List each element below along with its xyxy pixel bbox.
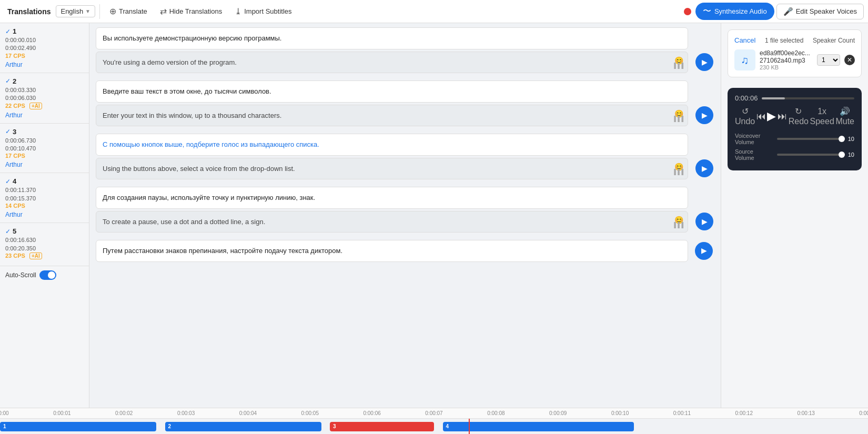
bars-icon-3: ▐▐▐: [672, 168, 683, 176]
toggle-knob: [48, 271, 55, 279]
cancel-button[interactable]: Cancel: [734, 36, 755, 44]
source-text-3: С помощью кнопок выше, подберите голос и…: [103, 140, 319, 148]
undo-control[interactable]: ↺ Undo: [735, 106, 755, 126]
timeline-tick-1: 0:00:01: [53, 410, 70, 416]
source-row-1: Вы используете демонстрационную версию п…: [96, 27, 688, 49]
source-row-3: С помощью кнопок выше, подберите голос и…: [96, 134, 688, 156]
timeline-tick-11: 0:00:11: [673, 410, 691, 416]
source-box-3[interactable]: С помощью кнопок выше, подберите голос и…: [96, 134, 688, 156]
timeline-track-1[interactable]: 1: [0, 422, 156, 431]
timeline-tick-4: 0:00:04: [239, 410, 257, 416]
subtitle-block-1: Вы используете демонстрационную версию п…: [96, 27, 714, 73]
timeline-track-4[interactable]: 4: [443, 422, 634, 431]
subtitle-block-3: С помощью кнопок выше, подберите голос и…: [96, 134, 714, 179]
timeline: 0:00:000:00:010:00:020:00:030:00:040:00:…: [0, 408, 868, 434]
close-file-button[interactable]: ✕: [844, 55, 855, 65]
redo-control[interactable]: ↻ Redo: [789, 106, 809, 126]
cps-badge-3: 17 CPS: [5, 153, 25, 159]
timeline-track-2[interactable]: 2: [165, 422, 321, 431]
subtitle-header-2: ✓ 2: [5, 77, 84, 85]
timeline-tick-8: 0:00:08: [487, 410, 504, 416]
translation-text-3: Using the buttons above, select a voice …: [103, 165, 295, 173]
speed-control[interactable]: 1x Speed: [810, 107, 834, 126]
edit-speaker-label: Edit Speaker Voices: [796, 7, 857, 15]
speaker-count-label: Speaker Count: [813, 37, 855, 44]
speed-label: Speed: [810, 117, 834, 126]
voiceover-volume-row: Voiceover Volume 10: [735, 133, 854, 145]
source-row-2: Введите ваш текст в этом окне, до тысячи…: [96, 80, 688, 103]
check-icon-4: ✓: [5, 178, 11, 185]
timeline-track-3[interactable]: 3: [330, 422, 434, 431]
speaker-name-2[interactable]: Arthur: [5, 112, 84, 119]
timeline-tick-6: 0:00:06: [363, 410, 380, 416]
play-button-1[interactable]: ▶: [695, 53, 713, 71]
player-time-row: 0:00:06: [735, 94, 854, 102]
hide-translations-label: Hide Translations: [169, 7, 222, 15]
time-range-1: 0:00:00.010 0:00:02.490: [5, 36, 84, 53]
divider-1: [99, 4, 100, 19]
translation-row-3: Using the buttons above, select a voice …: [96, 158, 688, 180]
synthesize-audio-button[interactable]: 〜 Synthesize Audio: [695, 3, 774, 20]
undo-label: Undo: [735, 117, 755, 126]
import-card-header: Cancel 1 file selected Speaker Count: [734, 36, 855, 44]
source-box-2[interactable]: Введите ваш текст в этом окне, до тысячи…: [96, 80, 688, 103]
voiceover-volume-slider[interactable]: [777, 138, 845, 140]
mute-control[interactable]: 🔊 Mute: [835, 106, 854, 126]
cps-badge-1: 17 CPS: [5, 53, 25, 59]
play-button-3[interactable]: ▶: [695, 159, 713, 177]
player-controls: ↺ Undo ⏮ ▶ ⏭ ↻ Redo 1x Speed 🔊 Mute: [735, 106, 854, 126]
source-box-4[interactable]: Для создания паузы, используйте точку и …: [96, 187, 688, 209]
redo-icon: ↻: [795, 106, 802, 116]
subtitle-header-4: ✓ 4: [5, 177, 84, 185]
speaker-count-select[interactable]: 123: [817, 54, 840, 66]
subtitle-header-1: ✓ 1: [5, 27, 84, 35]
check-icon-5: ✓: [5, 228, 11, 235]
play-button-2[interactable]: ▶: [695, 106, 713, 124]
translation-row-1: You're using a demo version of the progr…: [96, 52, 688, 74]
hide-translations-button[interactable]: ⇄ Hide Translations: [155, 4, 227, 19]
timeline-tick-14: 0:00:14: [859, 410, 868, 416]
play-button-4[interactable]: ▶: [695, 213, 713, 230]
timeline-tick-13: 0:00:13: [797, 410, 814, 416]
translation-box-4[interactable]: To create a pause, use a dot and a dotte…: [96, 211, 688, 233]
speaker-name-3[interactable]: Arthur: [5, 161, 84, 168]
edit-speaker-button[interactable]: 🎤 Edit Speaker Voices: [776, 4, 864, 19]
subtitle-item-2: ✓ 2 0:00:03.330 0:00:06.030 22 CPS +AI A…: [0, 73, 89, 124]
synthesize-label: Synthesize Audio: [714, 7, 767, 15]
import-card: Cancel 1 file selected Speaker Count ♫ e…: [728, 29, 862, 77]
subtitle-block-2: Введите ваш текст в этом окне, до тысячи…: [96, 80, 714, 126]
file-row: ♫ ed8a9ff00ee2ec...271062a40.mp3 230 KB …: [734, 49, 855, 70]
auto-scroll-toggle[interactable]: [39, 270, 56, 280]
bars-icon-2: ▐▐▐: [672, 115, 683, 123]
record-button[interactable]: [684, 8, 691, 15]
source-text-1: Вы используете демонстрационную версию п…: [103, 34, 281, 42]
translation-box-1[interactable]: You're using a demo version of the progr…: [96, 52, 688, 74]
speaker-name-1[interactable]: Arthur: [5, 61, 84, 68]
source-volume-slider[interactable]: [777, 154, 845, 156]
fast-forward-button[interactable]: ⏭: [778, 111, 787, 122]
rewind-button[interactable]: ⏮: [756, 111, 766, 122]
plus-circle-icon: ⊕: [109, 6, 116, 16]
subtitle-header-3: ✓ 3: [5, 128, 84, 136]
translation-box-3[interactable]: Using the buttons above, select a voice …: [96, 158, 688, 180]
right-panel: Cancel 1 file selected Speaker Count ♫ e…: [721, 23, 868, 408]
time-range-3: 0:00:06.730 0:00:10.470: [5, 137, 84, 153]
ai-badge: +AI: [29, 103, 42, 109]
source-box-5[interactable]: Путем расстановки знаков препинания, нас…: [96, 240, 688, 262]
mute-label: Mute: [835, 117, 854, 126]
subtitle-header-5: ✓ 5: [5, 227, 84, 235]
play-button[interactable]: ▶: [767, 109, 776, 123]
redo-label: Redo: [789, 117, 809, 126]
subtitle-item-4: ✓ 4 0:00:11.370 0:00:15.370 14 CPS Arthu…: [0, 173, 89, 223]
translation-box-2[interactable]: Enter your text in this window, up to a …: [96, 105, 688, 127]
import-subtitles-button[interactable]: ⤓ Import Subtitles: [229, 4, 297, 19]
play-button-5[interactable]: ▶: [695, 242, 713, 260]
language-selector[interactable]: English ▼: [56, 5, 95, 17]
progress-bar[interactable]: [762, 97, 854, 99]
speaker-name-4[interactable]: Arthur: [5, 211, 84, 218]
translation-text-2: Enter your text in this window, up to a …: [103, 112, 281, 119]
source-box-1[interactable]: Вы используете демонстрационную версию п…: [96, 27, 688, 49]
undo-icon: ↺: [742, 106, 749, 116]
file-name: ed8a9ff00ee2ec...271062a40.mp3: [760, 49, 813, 64]
translate-button[interactable]: ⊕ Translate: [104, 4, 153, 19]
